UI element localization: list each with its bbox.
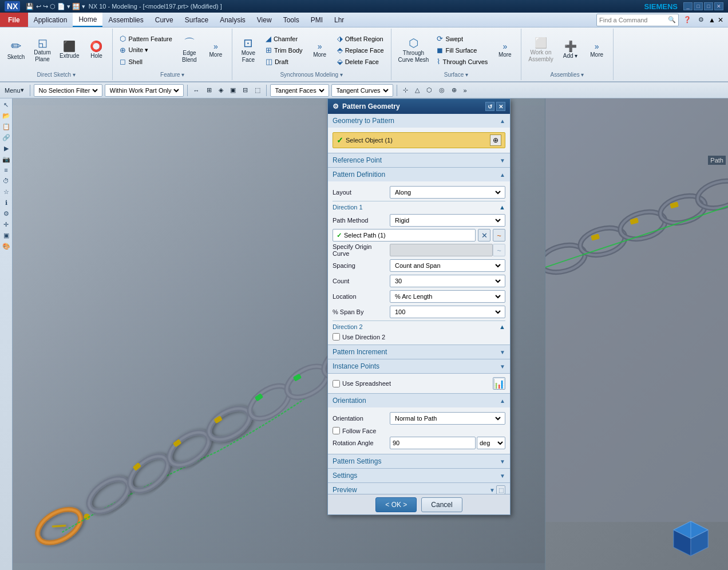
sidebar-play[interactable]: ▶ <box>1 143 11 153</box>
through-curves-button[interactable]: ⌇ Through Curves <box>433 56 491 67</box>
pattern-increment-header[interactable]: Pattern Increment ▼ <box>328 345 510 359</box>
ribbon-close[interactable]: ✕ <box>718 16 723 24</box>
edge-blend-button[interactable]: ⌒ EdgeBlend <box>177 35 202 66</box>
menu-tools[interactable]: Tools <box>278 13 305 27</box>
use-direction2-checkbox[interactable] <box>333 333 340 341</box>
toolbar-snap-3[interactable]: ⬡ <box>424 84 434 97</box>
through-curve-mesh-button[interactable]: ⬡ ThroughCurve Mesh <box>395 35 433 66</box>
span-by-select[interactable]: 100 <box>393 308 503 316</box>
location-dropdown[interactable]: % Arc Length Arc Length <box>390 290 505 303</box>
sketch-button[interactable]: ✏ Sketch <box>3 38 29 63</box>
rotation-angle-input[interactable] <box>390 437 476 449</box>
more-surface-button[interactable]: » More <box>492 40 517 61</box>
tangent-faces-dropdown[interactable]: Tangent Faces <box>270 84 329 97</box>
spacing-dropdown[interactable]: Count and Span Count and Pitch Pitch <box>390 259 505 272</box>
orientation-select[interactable]: Normal to Path Face Angular <box>393 414 503 422</box>
ribbon-minimize[interactable]: ▲ <box>709 16 715 24</box>
reference-point-header[interactable]: Reference Point ▼ <box>328 153 510 167</box>
fill-surface-button[interactable]: ◼ Fill Surface <box>433 45 491 56</box>
sidebar-history[interactable]: ⏱ <box>1 176 11 186</box>
minimize-button[interactable]: _ <box>683 2 693 10</box>
cancel-button[interactable]: Cancel <box>421 497 462 512</box>
clear-path-button[interactable]: ✕ <box>478 229 490 242</box>
instance-points-header[interactable]: Instance Points ▼ <box>328 359 510 373</box>
offset-region-button[interactable]: ⬗ Offset Region <box>334 33 387 44</box>
tangent-curves-dropdown[interactable]: Tangent Curves <box>331 84 393 97</box>
location-select[interactable]: % Arc Length Arc Length <box>393 292 503 300</box>
dialog-close-button[interactable]: ✕ <box>496 102 505 111</box>
count-dropdown[interactable]: 30 <box>390 275 505 287</box>
add-button[interactable]: ➕ Add ▾ <box>558 39 583 62</box>
toolbar-icon-2[interactable]: ⊞ <box>204 84 214 97</box>
toolbar-icon-6[interactable]: ⬚ <box>252 84 263 97</box>
menu-assemblies[interactable]: Assemblies <box>102 13 149 27</box>
toolbar-icon-5[interactable]: ⊟ <box>240 84 250 97</box>
tangent-faces-select[interactable]: Tangent Faces <box>273 86 326 94</box>
tangent-curves-select[interactable]: Tangent Curves <box>334 86 390 94</box>
unite-button[interactable]: ⊕ Unite ▾ <box>116 45 175 56</box>
menu-lhr[interactable]: Lhr <box>329 13 350 27</box>
toolbar-icon-4[interactable]: ▣ <box>228 84 238 97</box>
datum-plane-button[interactable]: ◱ DatumPlane <box>30 35 55 65</box>
toolbar-snap-2[interactable]: △ <box>413 84 422 97</box>
sidebar-camera[interactable]: 📷 <box>1 154 11 164</box>
ok-button[interactable]: < OK > <box>375 497 417 512</box>
span-by-dropdown[interactable]: 100 <box>390 306 505 318</box>
selection-filter-dropdown[interactable]: No Selection Filter Faces Edges <box>34 84 102 97</box>
more-sync-button[interactable]: » More <box>307 40 333 61</box>
close-button[interactable]: ✕ <box>714 2 723 10</box>
count-select[interactable]: 30 <box>393 277 503 285</box>
direction2-header[interactable]: Direction 2 ▲ <box>333 320 505 331</box>
menu-analysis[interactable]: Analysis <box>214 13 251 27</box>
toolbar-snap-4[interactable]: ◎ <box>437 84 447 97</box>
settings-header[interactable]: Settings ▼ <box>328 469 510 482</box>
sidebar-roles[interactable]: ☆ <box>1 187 11 197</box>
menu-home[interactable]: Home <box>73 13 102 27</box>
replace-face-button[interactable]: ⬘ Replace Face <box>334 45 387 56</box>
work-part-select[interactable]: Within Work Part Only Entire Assembly <box>108 86 181 94</box>
menu-pmi[interactable]: PMI <box>305 13 329 27</box>
dialog-refresh-button[interactable]: ↺ <box>485 102 494 111</box>
sidebar-layers[interactable]: ≡ <box>1 165 11 175</box>
menu-curve[interactable]: Curve <box>149 13 179 27</box>
orientation-dropdown[interactable]: Normal to Path Face Angular <box>390 412 505 425</box>
toolbar-more[interactable]: » <box>461 84 469 97</box>
sidebar-filter[interactable]: ▣ <box>1 230 11 240</box>
rotation-angle-unit-select[interactable]: deg rad <box>477 437 505 449</box>
work-part-dropdown[interactable]: Within Work Part Only Entire Assembly <box>105 84 184 97</box>
viewport[interactable]: ⚙ Pattern Geometry ↺ ✕ Geometry to Patte… <box>13 98 545 570</box>
delete-face-button[interactable]: ⬙ Delete Face <box>334 56 387 67</box>
find-command-input[interactable] <box>599 17 668 23</box>
more-feature-button[interactable]: » More <box>203 40 228 61</box>
toolbar-snap-1[interactable]: ⊹ <box>401 84 410 97</box>
follow-face-checkbox[interactable] <box>333 427 340 434</box>
toolbar-icon-3[interactable]: ◈ <box>216 84 225 97</box>
toolbar-snap-5[interactable]: ⊕ <box>449 84 459 97</box>
work-on-assembly-button[interactable]: ⬜ Work onAssembly <box>525 35 556 65</box>
toolbar-icon-1[interactable]: ↔ <box>191 84 202 97</box>
sidebar-info[interactable]: ℹ <box>1 197 11 208</box>
preview-expand-button[interactable]: ⬚ <box>496 485 505 494</box>
layout-select[interactable]: Along Linear Circular <box>393 188 503 196</box>
menu-application[interactable]: Application <box>28 13 73 27</box>
layout-dropdown[interactable]: Along Linear Circular <box>390 186 505 199</box>
sidebar-constraint[interactable]: 🔗 <box>1 132 11 142</box>
spacing-select[interactable]: Count and Span Count and Pitch Pitch <box>393 262 503 270</box>
direction1-header[interactable]: Direction 1 ▲ <box>333 201 505 212</box>
sidebar-assembly-nav[interactable]: 📋 <box>1 121 11 132</box>
maximize-button[interactable]: □ <box>704 2 713 10</box>
menu-view[interactable]: View <box>251 13 278 27</box>
help-button[interactable]: ❓ <box>681 14 694 26</box>
sidebar-palette[interactable]: 🎨 <box>1 241 11 251</box>
menu-file[interactable]: File <box>0 13 28 27</box>
find-command-search[interactable]: 🔍 <box>596 14 679 26</box>
swept-button[interactable]: ⟳ Swept <box>433 33 491 44</box>
orientation-header[interactable]: Orientation ▲ <box>328 394 510 407</box>
menu-toolbar-btn[interactable]: Menu ▾ <box>2 84 26 97</box>
sidebar-settings[interactable]: ⚙ <box>1 208 11 219</box>
trim-body-button[interactable]: ⊞ Trim Body <box>262 45 306 56</box>
geometry-to-pattern-header[interactable]: Geometry to Pattern ▲ <box>328 114 510 128</box>
extrude-button[interactable]: ⬛ Extrude <box>56 39 82 62</box>
sidebar-select[interactable]: ↖ <box>1 100 11 110</box>
spreadsheet-icon-button[interactable]: 📊 <box>493 377 505 390</box>
